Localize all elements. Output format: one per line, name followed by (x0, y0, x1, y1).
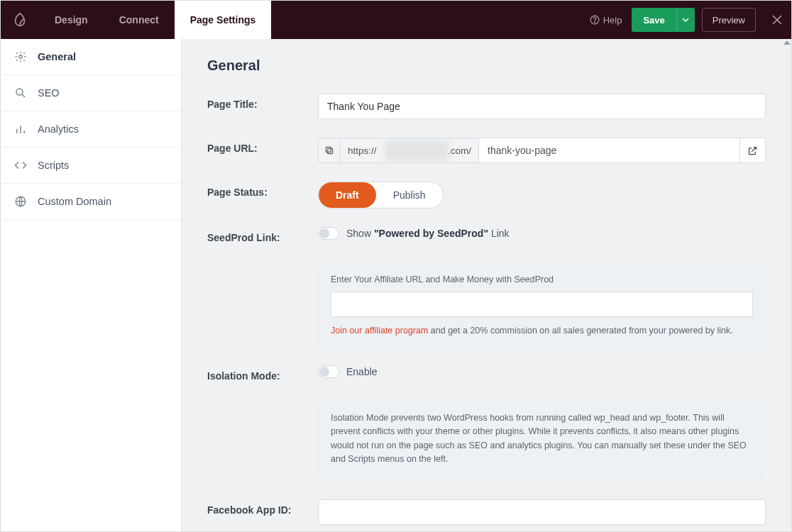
svg-point-3 (16, 89, 23, 95)
page-url-label: Page URL: (207, 138, 318, 154)
page-url-slug-input[interactable] (479, 138, 740, 163)
seedprod-link-text: Show "Powered by SeedProd" Link (346, 228, 510, 239)
svg-rect-6 (326, 147, 331, 152)
redacted-domain (385, 141, 449, 161)
sidebar-item-label: Analytics (38, 123, 79, 135)
svg-rect-5 (328, 149, 333, 154)
sidebar-item-label: SEO (38, 87, 60, 99)
sidebar-item-seo[interactable]: SEO (1, 75, 181, 111)
status-publish-button[interactable]: Publish (376, 182, 443, 208)
affiliate-box: Enter Your Affiliate URL and Make Money … (318, 262, 766, 347)
main-tabs: Design Connect Page Settings (39, 1, 271, 39)
tab-design[interactable]: Design (39, 1, 104, 39)
affiliate-join-link[interactable]: Join our affiliate program (331, 326, 428, 336)
copy-icon (324, 145, 334, 155)
tab-page-settings[interactable]: Page Settings (175, 1, 272, 39)
scroll-up-icon[interactable] (783, 40, 791, 45)
save-group: Save (632, 8, 694, 32)
page-title-label: Page Title: (207, 94, 318, 110)
sidebar-item-analytics[interactable]: Analytics (1, 111, 181, 148)
sidebar-item-label: Scripts (38, 160, 69, 171)
page-url-group: https:// .com/ (318, 138, 766, 163)
isolation-mode-label: Isolation Mode: (207, 365, 318, 382)
open-url-button[interactable] (740, 138, 766, 163)
topbar: Design Connect Page Settings Help Save P… (1, 1, 791, 39)
external-link-icon (747, 145, 758, 156)
svg-point-1 (594, 22, 595, 23)
affiliate-url-input[interactable] (331, 292, 753, 317)
copy-url-button[interactable] (318, 138, 341, 163)
bar-chart-icon (13, 123, 28, 135)
seedprod-link-label: SeedProd Link: (207, 227, 318, 243)
sidebar: General SEO Analytics Scripts Custom Dom… (1, 39, 182, 531)
isolation-enable-text: Enable (346, 366, 378, 377)
sidebar-item-label: Custom Domain (38, 196, 111, 207)
facebook-app-id-label: Facebook App ID: (207, 499, 318, 516)
content-panel: General Page Title: Page URL: https:// .… (182, 39, 791, 531)
facebook-app-id-input[interactable] (318, 499, 766, 525)
app-logo (1, 12, 39, 28)
close-button[interactable] (763, 14, 791, 26)
affiliate-note: Join our affiliate program and get a 20%… (331, 326, 753, 336)
sidebar-item-label: General (38, 51, 76, 62)
save-button[interactable]: Save (632, 8, 676, 32)
page-status-toggle: Draft Publish (318, 182, 444, 209)
page-url-domain: https:// .com/ (341, 138, 479, 163)
gear-icon (13, 50, 28, 63)
svg-point-2 (19, 55, 23, 59)
page-status-label: Page Status: (207, 182, 318, 198)
save-dropdown[interactable] (676, 8, 695, 32)
globe-icon (13, 195, 28, 208)
sidebar-item-general[interactable]: General (1, 39, 181, 75)
sidebar-item-scripts[interactable]: Scripts (1, 148, 181, 184)
tab-connect[interactable]: Connect (104, 1, 175, 39)
status-draft-button[interactable]: Draft (319, 182, 376, 208)
seedprod-link-toggle[interactable] (318, 227, 339, 240)
sidebar-item-custom-domain[interactable]: Custom Domain (1, 184, 181, 220)
search-icon (13, 87, 28, 99)
isolation-mode-toggle[interactable] (318, 365, 339, 378)
help-label: Help (603, 15, 622, 26)
help-link[interactable]: Help (590, 15, 622, 26)
page-title-input[interactable] (318, 94, 766, 119)
isolation-info-box: Isolation Mode prevents two WordPress ho… (318, 400, 766, 478)
affiliate-hint: Enter Your Affiliate URL and Make Money … (331, 275, 753, 284)
code-icon (13, 159, 28, 172)
section-title: General (207, 57, 766, 74)
preview-button[interactable]: Preview (702, 8, 756, 32)
